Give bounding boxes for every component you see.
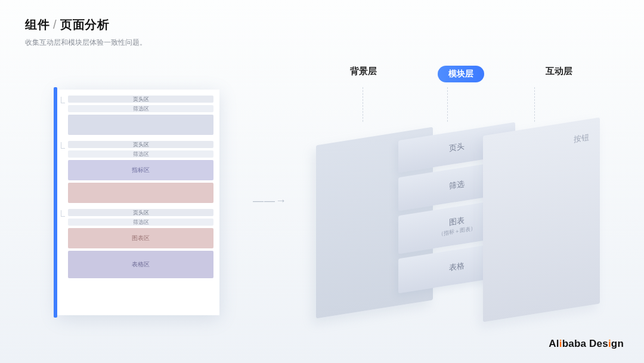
- wire-filter-zone: 筛选区: [68, 219, 213, 226]
- page-subtitle: 收集互动层和模块层体验一致性问题。: [25, 38, 147, 48]
- wire-chart-zone: 图表区: [68, 228, 213, 248]
- title-separator: /: [53, 18, 57, 32]
- title-prefix: 组件: [25, 17, 49, 33]
- dash-line: [534, 87, 535, 122]
- wire-head-zone: 页头区: [68, 141, 213, 148]
- wireframe-group-1: 页头区 筛选区: [68, 96, 213, 135]
- layer-label-module-pill: 模块层: [438, 66, 484, 82]
- wire-filter-zone: 筛选区: [68, 150, 213, 158]
- wireframe-group-3: 页头区 筛选区 图表区 表格区: [68, 209, 213, 278]
- wire-indicator-zone: 指标区: [68, 160, 213, 180]
- page-header: 组件 / 页面分析 收集互动层和模块层体验一致性问题。: [25, 17, 147, 48]
- wire-head-zone: 页头区: [68, 209, 213, 216]
- wireframe-panel: 页头区 筛选区 页头区 筛选区 指标区 页头区 筛选区 图表区 表格区: [57, 90, 219, 315]
- layer-panel-interaction: 按钮: [483, 117, 600, 322]
- wire-filter-zone: 筛选区: [68, 105, 213, 112]
- page-title: 页面分析: [60, 17, 109, 33]
- interaction-item-button: 按钮: [574, 132, 589, 145]
- wireframe-group-2: 页头区 筛选区 指标区: [68, 141, 213, 203]
- dash-line: [363, 87, 363, 122]
- layers-diagram: 背景层 模块层 互动层 页头 筛选 图表 （指标＋图表） 表格 按钮: [310, 66, 620, 322]
- layer-label-background: 背景层: [336, 66, 390, 82]
- title-row: 组件 / 页面分析: [25, 17, 147, 33]
- arrow-icon: — — →: [253, 195, 285, 207]
- wire-empty-zone: [68, 115, 213, 135]
- layer-label-interaction: 互动层: [532, 66, 586, 82]
- wire-table-zone: 表格区: [68, 251, 213, 278]
- wire-chart-zone-empty: [68, 183, 213, 203]
- wire-head-zone: 页头区: [68, 96, 213, 103]
- brand-logo: Alibaba Design: [549, 338, 624, 350]
- dash-line: [447, 87, 448, 122]
- wireframe-accent-bar: [54, 87, 57, 318]
